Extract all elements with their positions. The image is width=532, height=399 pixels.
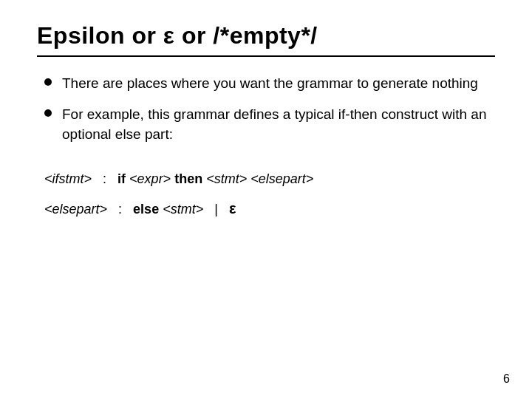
grammar-stmt-2: <stmt> xyxy=(163,202,207,216)
page-number: 6 xyxy=(503,372,510,386)
grammar-epsilon: ε xyxy=(229,200,236,216)
list-item: There are places where you want the gram… xyxy=(44,73,495,94)
grammar-block: <ifstmt> : if <expr> then <stmt> <elsepa… xyxy=(37,166,495,225)
slide-title: Epsilon or ε or /*empty*/ xyxy=(37,22,495,50)
grammar-stmt-1: <stmt> xyxy=(206,171,250,186)
bullet-list: There are places where you want the gram… xyxy=(37,73,495,145)
grammar-line-1: <ifstmt> : if <expr> then <stmt> <elsepa… xyxy=(44,166,495,194)
grammar-pipe: | xyxy=(207,202,225,216)
title-divider xyxy=(37,55,495,57)
list-item: For example, this grammar defines a typi… xyxy=(44,104,495,145)
grammar-elsepart: <elsepart> xyxy=(44,202,107,216)
bullet-dot xyxy=(44,109,52,117)
slide: Epsilon or ε or /*empty*/ There are plac… xyxy=(0,0,532,399)
grammar-line-2: <elsepart> : else <stmt> | ε xyxy=(44,193,495,224)
grammar-if: if xyxy=(117,171,126,186)
bullet-text-2: For example, this grammar defines a typi… xyxy=(62,104,495,145)
grammar-colon-2: : xyxy=(111,202,129,216)
bullet-text-1: There are places where you want the gram… xyxy=(62,73,478,94)
grammar-expr: <expr> xyxy=(129,171,174,186)
grammar-ifstmt: <ifstmt> xyxy=(44,171,92,186)
grammar-colon-1: : xyxy=(95,171,114,186)
grammar-then: then xyxy=(174,171,202,186)
bullet-dot xyxy=(44,78,52,86)
grammar-elsepart-ref: <elsepart> xyxy=(250,171,313,186)
grammar-else: else xyxy=(133,202,159,216)
